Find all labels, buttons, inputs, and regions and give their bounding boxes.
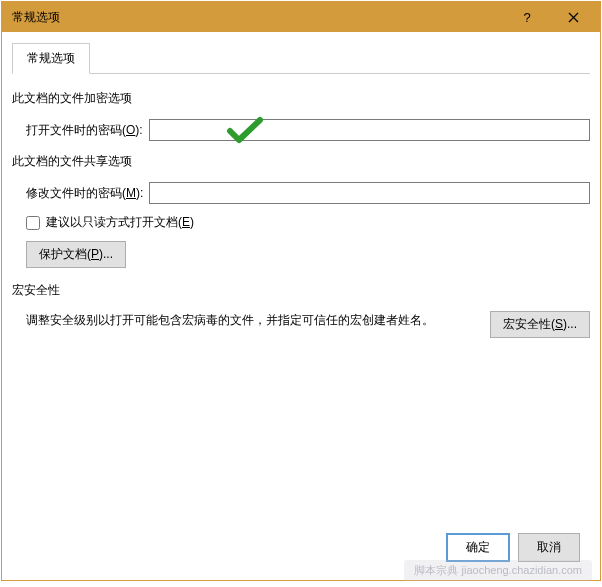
dialog-window: 常规选项 ? 常规选项 此文档的文件加密选项 打开文件时的密码(O): 此文档的… <box>1 1 601 581</box>
window-title: 常规选项 <box>12 9 504 26</box>
readonly-checkbox-label: 建议以只读方式打开文档(E) <box>46 214 194 231</box>
open-password-label: 打开文件时的密码(O): <box>26 122 143 139</box>
section-encrypt-heading: 此文档的文件加密选项 <box>12 90 590 107</box>
section-share: 修改文件时的密码(M): 建议以只读方式打开文档(E) 保护文档(P)... <box>12 176 590 276</box>
help-button[interactable]: ? <box>504 3 550 31</box>
section-share-heading: 此文档的文件共享选项 <box>12 153 590 170</box>
open-password-row: 打开文件时的密码(O): <box>26 119 590 141</box>
close-button[interactable] <box>550 3 596 31</box>
modify-password-label: 修改文件时的密码(M): <box>26 185 143 202</box>
modify-password-input[interactable] <box>149 182 590 204</box>
ok-button[interactable]: 确定 <box>446 533 510 562</box>
cancel-button[interactable]: 取消 <box>518 533 580 562</box>
macro-security-button[interactable]: 宏安全性(S)... <box>490 311 590 338</box>
titlebar: 常规选项 ? <box>2 2 600 32</box>
tab-row: 常规选项 <box>12 42 590 74</box>
section-macro-heading: 宏安全性 <box>12 282 590 299</box>
section-encrypt: 打开文件时的密码(O): <box>12 113 590 147</box>
dialog-content: 常规选项 此文档的文件加密选项 打开文件时的密码(O): 此文档的文件共享选项 … <box>2 32 600 580</box>
dialog-footer: 确定 取消 <box>12 525 590 572</box>
protect-document-button[interactable]: 保护文档(P)... <box>26 241 126 268</box>
macro-description: 调整安全级别以打开可能包含宏病毒的文件，并指定可信任的宏创建者姓名。 <box>26 311 476 329</box>
section-macro: 调整安全级别以打开可能包含宏病毒的文件，并指定可信任的宏创建者姓名。 宏安全性(… <box>12 305 590 338</box>
tab-general[interactable]: 常规选项 <box>12 43 90 74</box>
macro-row: 调整安全级别以打开可能包含宏病毒的文件，并指定可信任的宏创建者姓名。 宏安全性(… <box>26 311 590 338</box>
modify-password-row: 修改文件时的密码(M): <box>26 182 590 204</box>
readonly-checkbox[interactable] <box>26 216 40 230</box>
close-icon <box>568 12 579 23</box>
readonly-checkbox-row[interactable]: 建议以只读方式打开文档(E) <box>26 214 590 231</box>
open-password-input[interactable] <box>149 119 590 141</box>
